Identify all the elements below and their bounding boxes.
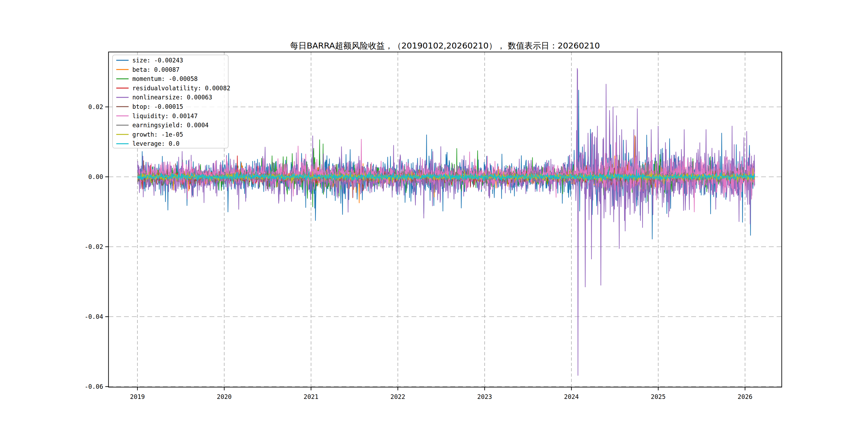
x-tick-label: 2019 <box>130 393 145 400</box>
legend-item-label: leverage: 0.0 <box>132 140 180 147</box>
legend-item-label: liquidity: 0.00147 <box>132 113 198 120</box>
legend-item-label: residualvolatility: 0.00082 <box>132 85 230 92</box>
y-tick-label: -0.06 <box>85 383 103 390</box>
legend-item-label: growth: -1e-05 <box>132 131 183 138</box>
legend-item-label: btop: -0.00015 <box>132 103 183 110</box>
chart-title: 每日BARRA超额风险收益，（20190102,20260210）， 数值表示日… <box>290 41 600 50</box>
x-tick-label: 2020 <box>217 393 231 400</box>
legend-item-label: momentum: -0.00058 <box>132 75 198 82</box>
x-tick-label: 2021 <box>304 393 318 400</box>
chart-canvas: 每日BARRA超额风险收益，（20190102,20260210）， 数值表示日… <box>0 0 868 434</box>
y-tick-label: -0.02 <box>85 243 103 250</box>
x-tick-label: 2026 <box>738 393 752 400</box>
y-tick-label: 0.02 <box>88 103 103 111</box>
legend-item-label: beta: 0.00087 <box>132 66 180 73</box>
y-tick-label: -0.04 <box>85 313 103 320</box>
legend-item-label: earningsyield: 0.0004 <box>132 122 209 129</box>
legend-item-label: size: -0.00243 <box>132 57 183 64</box>
y-tick-label: 0.00 <box>88 173 103 180</box>
legend: size: -0.00243beta: 0.00087momentum: -0.… <box>113 55 230 148</box>
series-lines <box>138 68 755 375</box>
x-tick-label: 2023 <box>477 393 492 400</box>
x-tick-label: 2022 <box>390 393 405 400</box>
series-line-nonlinearsize <box>138 68 755 375</box>
x-tick-label: 2025 <box>651 393 665 400</box>
x-tick-label: 2024 <box>564 393 579 400</box>
figure: 每日BARRA超额风险收益，（20190102,20260210）， 数值表示日… <box>0 0 868 434</box>
legend-item-label: nonlinearsize: 0.00063 <box>132 94 212 101</box>
